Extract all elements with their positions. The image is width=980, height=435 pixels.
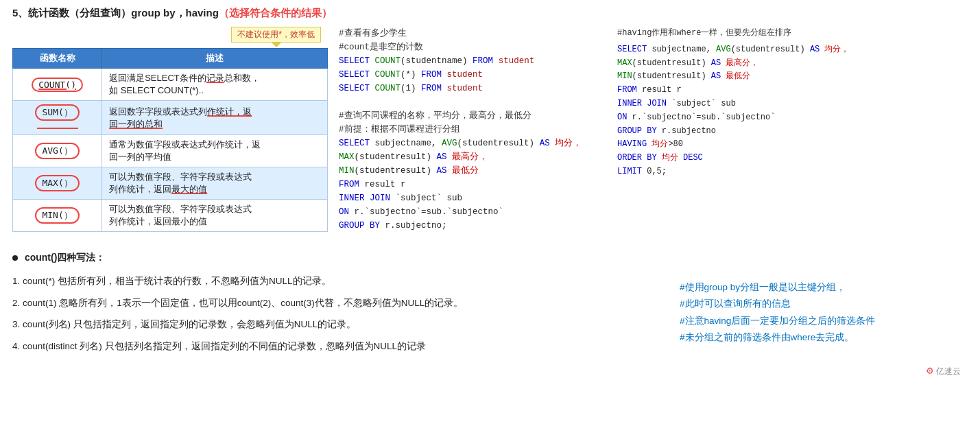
table-row: MIN(） 可以为数值字段、字符字段或表达式列作统计，返回最小的值 [13, 200, 328, 232]
func-max-desc: 可以为数值字段、字符字段或表达式列作统计，返回最大的值 [102, 167, 328, 200]
logo-area: ⚙ 亿速云 [12, 366, 968, 377]
count-left: 1. count(*) 包括所有列，相当于统计表的行数，不忽略列值为NULL的记… [12, 274, 680, 360]
bullet-title: count()四种写法： [12, 252, 968, 264]
title-highlight: （选择符合条件的结果） [219, 7, 332, 19]
code-line-4: SELECT subjectname, AVG(studentresult) A… [339, 137, 606, 150]
note-line-3: #注意having后面一定要加分组之后的筛选条件 [680, 313, 968, 329]
page-title: 5、统计函数（分组查询）group by，having（选择符合条件的结果） [12, 7, 968, 20]
having-line-9: ORDER BY 均分 DESC [617, 152, 892, 165]
func-min-cell: MIN(） [13, 200, 102, 232]
table-row: COUNT() 返回满足SELECT条件的记录总和数，如 SELECT COUN… [13, 69, 328, 101]
warning-text: 不建议使用*，效率低 [237, 30, 315, 39]
having-line-6: ON r.`subjectno`=sub.`subjectno` [617, 111, 892, 125]
warning-box: 不建议使用*，效率低 [231, 27, 321, 43]
count-item-3: 3. count(列名) 只包括指定列，返回指定列的记录数，会忽略列值为NULL… [12, 317, 659, 332]
func-avg-desc: 通常为数值字段或表达式列作统计，返回一列的平均值 [102, 135, 328, 167]
having-line-10: LIMIT 0,5; [617, 165, 892, 179]
func-min-label: MIN(） [35, 207, 79, 224]
code-line-3: SELECT COUNT(1) FROM student [339, 82, 606, 95]
func-table-section: 不建议使用*，效率低 函数名称 描述 COUNT() 返回满足SELECT条件的… [12, 27, 328, 232]
func-sum-label: SUM(） [35, 104, 79, 121]
func-avg-label: AVG(） [35, 143, 79, 159]
count-item-2: 2. count(1) 忽略所有列，1表示一个固定值，也可以用count(2)、… [12, 296, 659, 311]
bullet-dot [12, 255, 18, 261]
logo-icon: ⚙ [926, 366, 934, 376]
bottom-section: count()四种写法： 1. count(*) 包括所有列，相当于统计表的行数… [12, 252, 968, 360]
logo-text: 亿速云 [936, 366, 961, 376]
functions-table: 函数名称 描述 COUNT() 返回满足SELECT条件的记录总和数，如 SEL… [12, 48, 328, 232]
func-count-label: COUNT() [32, 78, 83, 92]
table-row: MAX(） 可以为数值字段、字符字段或表达式列作统计，返回最大的值 [13, 167, 328, 200]
title-main: 5、统计函数（分组查询）group by，having [12, 7, 219, 19]
func-count-cell: COUNT() [13, 69, 102, 101]
middle-code-section: #查看有多少学生 #count是非空的计数 SELECT COUNT(stude… [339, 27, 606, 239]
having-comment: #having作用和where一样，但要先分组在排序 [617, 27, 892, 40]
warning-banner: 不建议使用*，效率低 [12, 27, 328, 43]
count-right-notes: #使用group by分组一般是以主键分组， #此时可以查询所有的信息 #注意h… [680, 274, 968, 360]
note-line-1: #使用group by分组一般是以主键分组， [680, 279, 968, 296]
func-sum-cell: SUM(） [13, 101, 102, 135]
table-row: SUM(） 返回数字字段或表达式列作统计，返回一列的总和 [13, 101, 328, 135]
table-header-desc: 描述 [102, 49, 328, 69]
code-line-7: FROM result r [339, 178, 606, 191]
code-line-8: INNER JOIN `subject` sub [339, 191, 606, 205]
code-line-9: ON r.`subjectno`=sub.`subjectno` [339, 205, 606, 219]
table-header-name: 函数名称 [13, 49, 102, 69]
having-line-1: SELECT subjectname, AVG(studentresult) A… [617, 43, 892, 57]
right-code-section: #having作用和where一样，但要先分组在排序 SELECT subjec… [617, 27, 892, 179]
having-line-4: FROM result r [617, 84, 892, 97]
func-count-desc: 返回满足SELECT条件的记录总和数，如 SELECT COUNT(*).. [102, 69, 328, 101]
code-line-5: MAX(studentresult) AS 最高分， [339, 150, 606, 164]
having-line-2: MAX(studentresult) AS 最高分， [617, 57, 892, 71]
table-row: AVG(） 通常为数值字段或表达式列作统计，返回一列的平均值 [13, 135, 328, 167]
code-line-10: GROUP BY r.subjectno; [339, 219, 606, 233]
count-item-4: 4. count(distinct 列名) 只包括列名指定列，返回指定列的不同值… [12, 339, 659, 354]
func-sum-desc: 返回数字字段或表达式列作统计，返回一列的总和 [102, 101, 328, 135]
having-line-3: MIN(studentresult) AS 最低分 [617, 70, 892, 84]
code-section-2: #查询不同课程的名称，平均分，最高分，最低分 #前提：根据不同课程进行分组 SE… [339, 109, 606, 233]
code-comment-3: #查询不同课程的名称，平均分，最高分，最低分 [339, 109, 606, 123]
func-avg-cell: AVG(） [13, 135, 102, 167]
note-line-4: #未分组之前的筛选条件由where去完成。 [680, 329, 968, 346]
having-line-5: INNER JOIN `subject` sub [617, 97, 892, 111]
code-line-2: SELECT COUNT(*) FROM student [339, 68, 606, 82]
func-max-label: MAX(） [35, 175, 79, 191]
func-max-cell: MAX(） [13, 167, 102, 200]
code-section-1: #查看有多少学生 #count是非空的计数 SELECT COUNT(stude… [339, 27, 606, 95]
func-min-desc: 可以为数值字段、字符字段或表达式列作统计，返回最小的值 [102, 200, 328, 232]
code-comment-2: #count是非空的计数 [339, 40, 606, 54]
code-comment-4: #前提：根据不同课程进行分组 [339, 123, 606, 137]
code-line-6: MIN(studentresult) AS 最低分 [339, 164, 606, 178]
count-item-1: 1. count(*) 包括所有列，相当于统计表的行数，不忽略列值为NULL的记… [12, 274, 659, 289]
count-items: 1. count(*) 包括所有列，相当于统计表的行数，不忽略列值为NULL的记… [12, 274, 968, 360]
having-line-7: GROUP BY r.subjectno [617, 125, 892, 139]
note-line-2: #此时可以查询所有的信息 [680, 296, 968, 312]
bullet-title-text: count()四种写法： [25, 252, 105, 263]
code-comment-1: #查看有多少学生 [339, 27, 606, 40]
code-line-1: SELECT COUNT(studentname) FROM student [339, 54, 606, 68]
having-line-8: HAVING 均分>80 [617, 138, 892, 152]
